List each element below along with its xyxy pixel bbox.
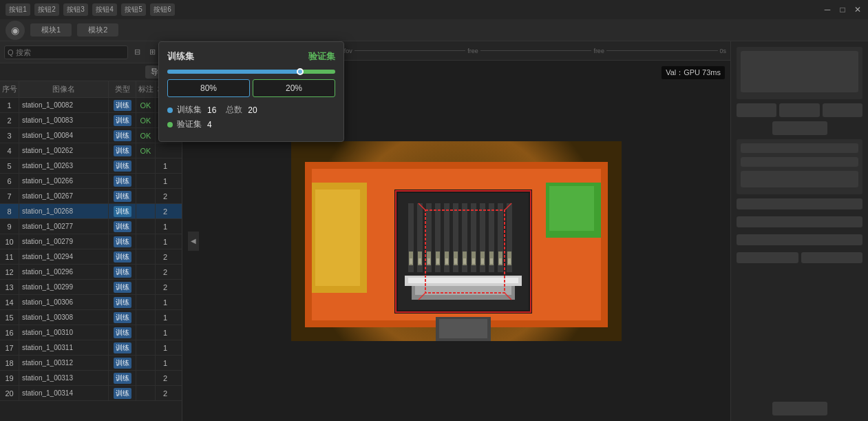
td-tag: 1 bbox=[156, 295, 175, 309]
td-tag: 1 bbox=[156, 234, 175, 249]
table-row[interactable]: 10station_1_00279训练1 bbox=[0, 234, 182, 249]
td-label bbox=[136, 356, 156, 370]
td-type: 训练 bbox=[109, 219, 136, 234]
slider-thumb[interactable] bbox=[297, 68, 304, 75]
scale-0s: 0s bbox=[720, 48, 727, 54]
table-row[interactable]: 8station_1_00268训练2 bbox=[0, 204, 182, 219]
scale-fov: fov bbox=[344, 48, 352, 54]
module-btn-1[interactable]: 模块1 bbox=[30, 23, 72, 37]
td-id: 15 bbox=[0, 310, 19, 325]
table-row[interactable]: 14station_1_00306训练1 bbox=[0, 295, 182, 310]
pct-val-box[interactable]: 20% bbox=[253, 79, 335, 97]
maximize-button[interactable]: □ bbox=[838, 5, 847, 14]
right-btn-c[interactable] bbox=[823, 103, 862, 117]
table-row[interactable]: 9station_1_00277训练1 bbox=[0, 219, 182, 234]
titlebar-btn-2[interactable]: 按钮2 bbox=[34, 3, 59, 16]
right-btn-a[interactable] bbox=[737, 103, 776, 117]
td-label bbox=[136, 340, 156, 355]
right-placeholder-row3 bbox=[737, 234, 862, 245]
connector-canvas bbox=[291, 141, 622, 341]
td-type: 训练 bbox=[109, 310, 136, 325]
minimize-button[interactable]: ─ bbox=[823, 5, 832, 14]
td-type: 训练 bbox=[109, 265, 136, 279]
table-row[interactable]: 16station_1_00310训练1 bbox=[0, 325, 182, 340]
table-row[interactable]: 18station_1_00312训练1 bbox=[0, 356, 182, 371]
right-btn-bottom[interactable] bbox=[772, 402, 827, 415]
td-id: 17 bbox=[0, 340, 19, 355]
td-type: 训练 bbox=[109, 98, 136, 112]
table-row[interactable]: 12station_1_00296训练2 bbox=[0, 265, 182, 280]
connector-image-container bbox=[291, 141, 622, 341]
titlebar-btn-5[interactable]: 按钮5 bbox=[121, 3, 146, 16]
table-row[interactable]: 15station_1_00308训练1 bbox=[0, 310, 182, 325]
td-label bbox=[136, 249, 156, 264]
td-label bbox=[136, 295, 156, 309]
td-id: 14 bbox=[0, 295, 19, 309]
td-label: OK bbox=[136, 128, 156, 143]
table-row[interactable]: 3station_1_00084训练OK bbox=[0, 128, 182, 143]
popup-val-title: 验证集 bbox=[308, 50, 335, 63]
td-name: station_1_00267 bbox=[19, 189, 109, 203]
td-id: 4 bbox=[0, 143, 19, 158]
filter2-icon[interactable]: ⊞ bbox=[146, 46, 158, 59]
app-icon: ◉ bbox=[6, 21, 25, 40]
table-row[interactable]: 7station_1_00267训练2 bbox=[0, 189, 182, 204]
titlebar-btn-1[interactable]: 按钮1 bbox=[6, 3, 30, 16]
right-placeholder-2 bbox=[741, 157, 858, 167]
td-id: 7 bbox=[0, 189, 19, 203]
table-row[interactable]: 13station_1_00299训练2 bbox=[0, 280, 182, 295]
right-placeholder-row2 bbox=[737, 216, 862, 227]
slider-train-fill bbox=[167, 70, 301, 74]
td-id: 16 bbox=[0, 325, 19, 340]
module-btn-2[interactable]: 模块2 bbox=[77, 23, 118, 37]
close-button[interactable]: ✕ bbox=[853, 5, 862, 14]
td-type: 训练 bbox=[109, 113, 136, 127]
table-row[interactable]: 5station_1_00263训练1 bbox=[0, 158, 182, 174]
legend-train-count: 16 bbox=[207, 105, 216, 115]
table-row[interactable]: 19station_1_00313训练2 bbox=[0, 371, 182, 386]
td-name: station_1_00310 bbox=[19, 325, 109, 340]
legend-train-label: 训练集 bbox=[177, 104, 202, 116]
titlebar-btn-3[interactable]: 按钮3 bbox=[63, 3, 88, 16]
td-name: station_1_00299 bbox=[19, 280, 109, 294]
td-id: 2 bbox=[0, 113, 19, 127]
td-type: 训练 bbox=[109, 158, 136, 173]
data-table[interactable]: 序号 图像名 类型 标注 标签 1station_1_00082训练OK2sta… bbox=[0, 81, 182, 421]
right-btn-d[interactable] bbox=[772, 121, 827, 135]
search-bar: ⊟ ⊞ ⬚ bbox=[0, 41, 182, 63]
titlebar-btn-6[interactable]: 按钮6 bbox=[150, 3, 175, 16]
td-label: OK bbox=[136, 113, 156, 127]
td-id: 6 bbox=[0, 174, 19, 188]
td-type: 训练 bbox=[109, 249, 136, 264]
table-row[interactable]: 20station_1_00314训练2 bbox=[0, 386, 182, 401]
table-row[interactable]: 2station_1_00083训练OK bbox=[0, 113, 182, 128]
titlebar-btn-4[interactable]: 按钮4 bbox=[92, 3, 117, 16]
td-tag: 2 bbox=[156, 386, 175, 400]
td-label bbox=[136, 386, 156, 400]
search-input[interactable] bbox=[4, 45, 128, 59]
split-slider[interactable] bbox=[167, 70, 335, 74]
right-btn-b[interactable] bbox=[779, 103, 819, 117]
table-row[interactable]: 17station_1_00311训练1 bbox=[0, 340, 182, 356]
td-type: 训练 bbox=[109, 371, 136, 385]
legend-val-dot bbox=[167, 122, 173, 127]
right-range-1 bbox=[737, 252, 798, 263]
td-tag: 1 bbox=[156, 158, 175, 173]
td-id: 3 bbox=[0, 128, 19, 143]
pct-train-box[interactable]: 80% bbox=[167, 79, 250, 97]
td-type: 训练 bbox=[109, 340, 136, 355]
table-row[interactable]: 11station_1_00294训练2 bbox=[0, 249, 182, 265]
td-label bbox=[136, 310, 156, 325]
td-tag: 2 bbox=[156, 265, 175, 279]
table-row[interactable]: 6station_1_00266训练1 bbox=[0, 174, 182, 189]
table-row[interactable]: 4station_1_00262训练OK bbox=[0, 143, 182, 158]
table-row[interactable]: 1station_1_00082训练OK bbox=[0, 98, 182, 113]
td-name: station_1_00314 bbox=[19, 386, 109, 400]
scroll-left-arrow[interactable]: ◀ bbox=[188, 232, 199, 251]
filter-icon[interactable]: ⊟ bbox=[131, 46, 143, 59]
train-val-popup: 训练集 验证集 80% 20% 训练集 16 总数 20 验证集 4 bbox=[158, 41, 344, 142]
td-label bbox=[136, 174, 156, 188]
td-name: station_1_00279 bbox=[19, 234, 109, 249]
right-section-mid bbox=[737, 139, 862, 194]
td-tag: 2 bbox=[156, 204, 175, 218]
